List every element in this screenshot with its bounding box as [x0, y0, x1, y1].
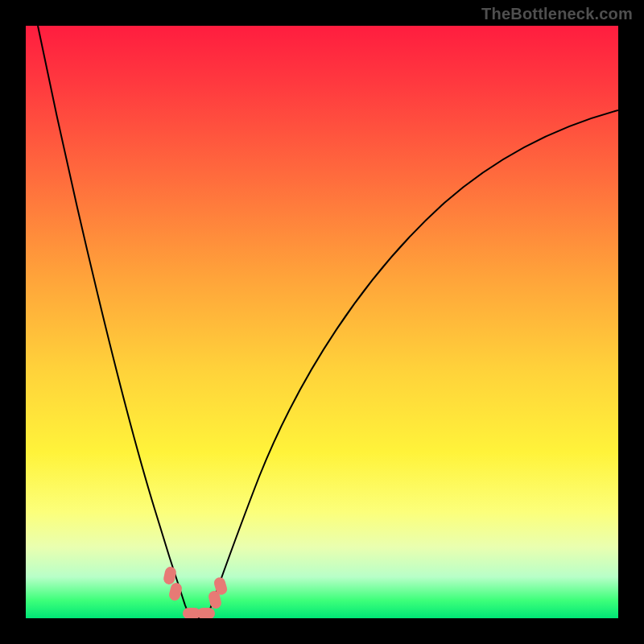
chart-svg [26, 26, 618, 618]
right-curve [207, 110, 618, 617]
marker-group [163, 566, 229, 618]
marker-left-upper [163, 566, 177, 585]
marker-left-lower [168, 582, 184, 602]
marker-bottom-mid [197, 608, 215, 618]
left-curve [38, 26, 192, 617]
watermark-text: TheBottleneck.com [481, 5, 633, 23]
